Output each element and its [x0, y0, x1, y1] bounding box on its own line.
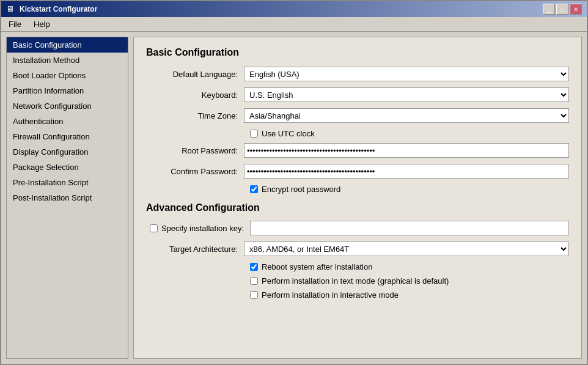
reboot-checkbox[interactable] — [250, 263, 258, 271]
target-arch-row: Target Architecture: x86, AMD64, or Inte… — [146, 241, 569, 256]
minimize-button[interactable]: _ — [543, 4, 555, 15]
app-icon: 🖥 — [6, 4, 16, 14]
timezone-row: Time Zone: Asia/Shanghai America/New_Yor… — [146, 108, 569, 123]
target-arch-control: x86, AMD64, or Intel EM64T x86 AMD64 ia6… — [244, 241, 569, 256]
default-language-select[interactable]: English (USA) French German Spanish — [244, 67, 569, 81]
sidebar-item-partition-information[interactable]: Partition Information — [7, 83, 128, 98]
keyboard-control: U.S. English French German — [244, 87, 569, 102]
specify-key-input[interactable] — [250, 221, 569, 235]
sidebar-item-display-configuration[interactable]: Display Configuration — [7, 144, 128, 160]
interactive-mode-checkbox[interactable] — [250, 291, 258, 299]
confirm-password-row: Confirm Password: — [146, 164, 569, 179]
encrypt-checkbox[interactable] — [250, 185, 258, 193]
encrypt-row: Encrypt root password — [146, 185, 569, 194]
text-mode-checkbox[interactable] — [250, 277, 258, 285]
sidebar-item-network-configuration[interactable]: Network Configuration — [7, 98, 128, 114]
maximize-button[interactable]: □ — [556, 4, 568, 15]
utc-clock-label: Use UTC clock — [262, 129, 315, 138]
interactive-mode-row: Perform installation in interactive mode — [146, 290, 569, 300]
keyboard-select[interactable]: U.S. English French German — [244, 87, 569, 102]
window-title: Kickstart Configurator — [20, 5, 97, 13]
sidebar-item-basic-configuration[interactable]: Basic Configuration — [7, 37, 128, 53]
specify-key-control — [250, 221, 569, 235]
confirm-password-input[interactable] — [244, 164, 569, 179]
menu-bar: File Help — [1, 17, 587, 32]
basic-config-title: Basic Configuration — [146, 47, 569, 58]
timezone-label: Time Zone: — [146, 111, 244, 120]
root-password-control — [244, 143, 569, 158]
sidebar-item-package-selection[interactable]: Package Selection — [7, 160, 128, 175]
root-password-input[interactable] — [244, 143, 569, 158]
utc-clock-checkbox[interactable] — [250, 130, 258, 138]
sidebar-item-post-installation-script[interactable]: Post-Installation Script — [7, 190, 128, 205]
content-area: Basic Configuration Default Language: En… — [133, 37, 582, 359]
window-controls: _ □ ✕ — [543, 4, 582, 15]
reboot-row: Reboot system after installation — [146, 262, 569, 271]
specify-key-checkbox[interactable] — [150, 224, 158, 232]
close-button[interactable]: ✕ — [570, 4, 582, 15]
sidebar-item-pre-installation-script[interactable]: Pre-Installation Script — [7, 175, 128, 190]
keyboard-row: Keyboard: U.S. English French German — [146, 87, 569, 102]
advanced-config-title: Advanced Configuration — [146, 202, 569, 213]
text-mode-row: Perform installation in text mode (graph… — [146, 276, 569, 286]
specify-key-label: Specify installation key: — [161, 224, 244, 233]
reboot-label: Reboot system after installation — [262, 262, 372, 271]
confirm-password-control — [244, 164, 569, 179]
interactive-mode-label: Perform installation in interactive mode — [262, 290, 399, 300]
root-password-label: Root Password: — [146, 146, 244, 155]
timezone-select[interactable]: Asia/Shanghai America/New_York Europe/Lo… — [244, 108, 569, 123]
default-language-row: Default Language: English (USA) French G… — [146, 67, 569, 81]
sidebar-item-boot-loader-options[interactable]: Boot Loader Options — [7, 68, 128, 83]
encrypt-label: Encrypt root password — [262, 185, 340, 194]
sidebar-item-authentication[interactable]: Authentication — [7, 114, 128, 129]
default-language-label: Default Language: — [146, 70, 244, 79]
target-arch-label: Target Architecture: — [146, 245, 244, 254]
main-content: Basic Configuration Installation Method … — [1, 32, 587, 364]
default-language-control: English (USA) French German Spanish — [244, 67, 569, 81]
sidebar: Basic Configuration Installation Method … — [6, 37, 128, 359]
utc-clock-row: Use UTC clock — [146, 129, 569, 138]
specify-key-left: Specify installation key: — [146, 224, 250, 233]
target-arch-select[interactable]: x86, AMD64, or Intel EM64T x86 AMD64 ia6… — [244, 241, 569, 256]
menu-help[interactable]: Help — [29, 18, 55, 30]
keyboard-label: Keyboard: — [146, 90, 244, 100]
specify-key-row: Specify installation key: — [146, 221, 569, 235]
title-bar: 🖥 Kickstart Configurator _ □ ✕ — [1, 1, 587, 17]
confirm-password-label: Confirm Password: — [146, 167, 244, 176]
timezone-control: Asia/Shanghai America/New_York Europe/Lo… — [244, 108, 569, 123]
sidebar-item-installation-method[interactable]: Installation Method — [7, 53, 128, 68]
root-password-row: Root Password: — [146, 143, 569, 158]
text-mode-label: Perform installation in text mode (graph… — [262, 276, 449, 286]
sidebar-item-firewall-configuration[interactable]: Firewall Configuration — [7, 129, 128, 144]
menu-file[interactable]: File — [4, 18, 26, 30]
